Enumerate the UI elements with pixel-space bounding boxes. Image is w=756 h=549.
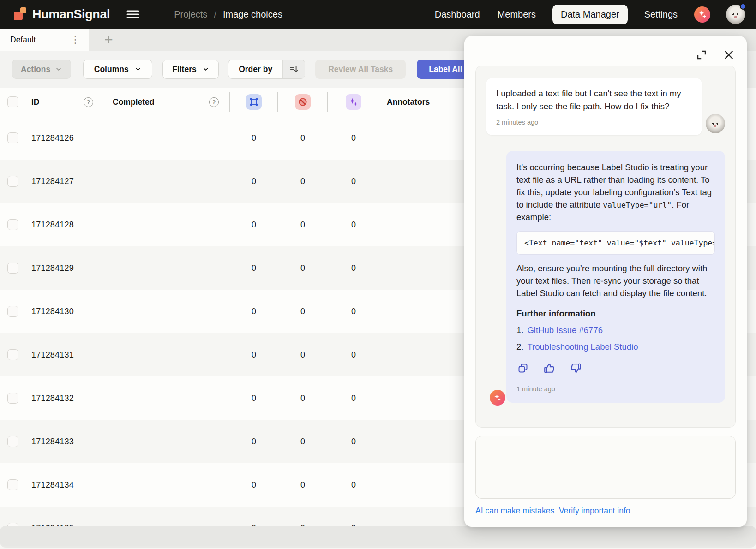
task-id-cell: 171284130 (26, 307, 104, 316)
breadcrumb-separator: / (214, 9, 216, 20)
thumbs-up-icon[interactable] (542, 361, 556, 375)
user-message-bubble: I uploaded a text file but I can't see t… (486, 78, 702, 135)
tab-kebab-menu-icon[interactable]: ⋮ (66, 33, 84, 47)
row-checkbox[interactable] (7, 306, 18, 317)
sort-direction-icon[interactable] (282, 60, 305, 78)
ai-message-actions (516, 361, 715, 375)
annotations-count: 0 (230, 263, 278, 273)
ai-message: It’s occurring because Label Studio is t… (506, 151, 725, 403)
notification-dot (740, 3, 746, 10)
app-header: HumanSignal Projects / Image choices Das… (0, 0, 756, 29)
task-id-cell: 171284129 (26, 263, 104, 273)
row-checkbox[interactable] (7, 393, 18, 404)
close-icon[interactable] (722, 48, 736, 62)
hamburger-menu-icon[interactable] (126, 10, 139, 19)
humansignal-logo-icon (14, 7, 28, 21)
cancelled-annotations-count: 0 (278, 307, 328, 316)
row-checkbox[interactable] (7, 436, 18, 447)
predictions-count: 0 (328, 480, 379, 490)
ai-message-paragraph-1: It’s occurring because Label Studio is t… (516, 161, 715, 224)
row-checkbox[interactable] (7, 176, 18, 187)
cancelled-annotations-icon (295, 94, 311, 110)
predictions-count: 0 (328, 350, 379, 360)
user-message: I uploaded a text file but I can't see t… (486, 78, 725, 135)
column-header-annotations[interactable] (230, 88, 278, 116)
predictions-count: 0 (328, 220, 379, 230)
user-avatar[interactable] (726, 5, 745, 24)
cancelled-annotations-count: 0 (278, 394, 328, 403)
ai-assistant-panel: I uploaded a text file but I can't see t… (464, 36, 747, 527)
ai-disclaimer: AI can make mistakes. Verify important i… (475, 506, 736, 516)
predictions-count: 0 (328, 263, 379, 273)
task-id-cell: 171284133 (26, 437, 104, 447)
chat-messages-container: I uploaded a text file but I can't see t… (475, 66, 736, 428)
ai-message-bubble: It’s occurring because Label Studio is t… (506, 151, 725, 403)
task-id-cell: 171284127 (26, 177, 104, 186)
humansignal-logo: HumanSignal (14, 7, 110, 22)
breadcrumb-current-project: Image choices (223, 9, 282, 20)
chevron-down-icon (55, 66, 62, 73)
id-help-icon[interactable]: ? (84, 97, 93, 107)
cancelled-annotations-count: 0 (278, 437, 328, 447)
add-tab-button[interactable]: + (101, 29, 117, 51)
nav-data-manager[interactable]: Data Manager (552, 5, 628, 24)
task-id-cell: 171284126 (26, 133, 104, 143)
task-id-cell: 171284128 (26, 220, 104, 230)
select-all-checkbox[interactable] (7, 96, 18, 107)
nav-dashboard[interactable]: Dashboard (434, 5, 481, 24)
header-divider (156, 0, 156, 29)
further-information-heading: Further information (516, 309, 715, 319)
chat-panel-topbar (475, 47, 736, 63)
completed-help-icon[interactable]: ? (209, 97, 219, 107)
column-header-completed[interactable]: Completed ? (104, 88, 230, 116)
row-checkbox[interactable] (7, 263, 18, 274)
github-issue-link[interactable]: GitHub Issue #6776 (527, 325, 603, 335)
predictions-icon (346, 94, 361, 110)
horizontal-scrollbar-track[interactable] (0, 526, 756, 546)
predictions-count: 0 (328, 177, 379, 186)
expand-panel-icon[interactable] (695, 48, 708, 61)
columns-button[interactable]: Columns (83, 60, 152, 79)
thumbs-down-icon[interactable] (569, 361, 583, 375)
ai-disclaimer-link[interactable]: AI can make mistakes. Verify important i… (475, 506, 632, 515)
annotations-count: 0 (230, 480, 278, 490)
task-id-cell: 171284134 (26, 480, 104, 490)
code-block[interactable]: <Text name="text" value="$text" valueTyp… (516, 231, 715, 255)
filters-button[interactable]: Filters (162, 60, 219, 79)
breadcrumb-projects[interactable]: Projects (174, 9, 207, 20)
sparkles-icon (697, 9, 708, 19)
actions-button[interactable]: Actions (12, 60, 71, 79)
review-all-tasks-button[interactable]: Review All Tasks (315, 60, 406, 79)
row-checkbox[interactable] (7, 349, 18, 360)
row-checkbox[interactable] (7, 219, 18, 230)
chat-input[interactable] (475, 436, 736, 499)
nav-members[interactable]: Members (497, 5, 537, 24)
reference-link-item: 1. GitHub Issue #6776 (516, 325, 715, 335)
user-avatar (706, 114, 725, 133)
cancelled-annotations-count: 0 (278, 480, 328, 490)
copy-icon[interactable] (516, 361, 529, 375)
task-id-cell: 171284132 (26, 394, 104, 403)
cancelled-annotations-count: 0 (278, 263, 328, 273)
user-message-timestamp: 2 minutes ago (496, 119, 692, 126)
tab-default[interactable]: Default ⋮ (0, 29, 89, 51)
column-header-id[interactable]: ID ? (26, 88, 104, 116)
order-by-button[interactable]: Order by (228, 60, 305, 79)
column-header-cancelled-annotations[interactable] (278, 88, 328, 116)
nav-settings[interactable]: Settings (643, 5, 678, 24)
annotations-count: 0 (230, 177, 278, 186)
annotations-count: 0 (230, 437, 278, 447)
row-checkbox[interactable] (7, 479, 18, 490)
annotations-count: 0 (230, 394, 278, 403)
cancelled-annotations-count: 0 (278, 133, 328, 143)
ai-assistant-button[interactable] (694, 6, 710, 23)
annotations-count: 0 (230, 220, 278, 230)
troubleshooting-link[interactable]: Troubleshooting Label Studio (527, 342, 638, 352)
chevron-down-icon (134, 66, 142, 73)
chevron-down-icon (202, 66, 209, 73)
reference-link-item: 2. Troubleshooting Label Studio (516, 342, 715, 352)
column-header-predictions[interactable] (328, 88, 379, 116)
row-checkbox[interactable] (7, 132, 18, 143)
ai-message-timestamp: 1 minute ago (516, 385, 715, 393)
inline-code: valueType="url" (603, 201, 672, 209)
